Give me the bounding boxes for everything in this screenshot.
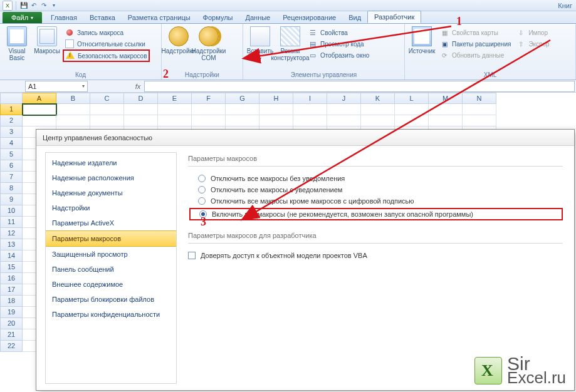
cell[interactable] [192,104,226,115]
addins-button[interactable]: Надстройки [164,25,193,71]
chevron-down-icon[interactable]: ▾ [82,83,85,89]
view-code-button[interactable]: Просмотр кода [306,38,371,49]
row-header[interactable]: 6 [0,160,23,172]
trust-center-nav-item[interactable]: Параметры макросов [46,230,176,247]
tab-file[interactable]: Файл [3,12,42,23]
properties-button[interactable]: Свойства [306,27,371,38]
row-header[interactable]: 10 [0,205,23,217]
cell[interactable] [361,115,395,126]
cell[interactable] [361,104,395,115]
qat-dropdown-icon[interactable]: ▾ [50,1,58,10]
source-button[interactable]: Источник [407,25,436,71]
col-header[interactable]: G [226,93,259,104]
cell[interactable] [90,104,124,115]
col-header[interactable]: B [56,93,90,104]
tab-view[interactable]: Вид [342,12,367,23]
col-header[interactable]: K [361,93,395,104]
row-header[interactable]: 22 [0,341,23,352]
col-header[interactable]: I [293,93,327,104]
trust-center-nav-item[interactable]: Надстройки [46,200,176,215]
col-header[interactable]: L [395,93,429,104]
cell[interactable] [192,115,226,126]
tab-page-layout[interactable]: Разметка страницы [122,12,197,23]
visual-basic-button[interactable]: Visual Basic [3,25,31,71]
cell[interactable] [226,104,259,115]
save-icon[interactable]: 💾 [19,1,28,10]
row-header[interactable]: 18 [0,296,23,307]
trust-center-nav-item[interactable]: Панель сообщений [46,262,176,277]
cell[interactable] [259,104,293,115]
tab-home[interactable]: Главная [45,12,83,23]
row-header[interactable]: 4 [0,138,23,149]
col-header[interactable]: J [327,93,361,104]
row-header[interactable]: 21 [0,329,23,341]
trust-vba-checkbox[interactable]: Доверять доступ к объектной модели проек… [188,250,563,261]
col-header[interactable]: E [158,93,192,104]
cell[interactable] [327,104,361,115]
cell[interactable] [158,115,192,126]
opt-disable-no-notify[interactable]: Отключить все макросы без уведомления [188,173,563,184]
row-header[interactable]: 19 [0,307,23,318]
cell[interactable] [158,104,192,115]
row-header[interactable]: 16 [0,273,23,284]
tab-insert[interactable]: Вставка [83,12,122,23]
formula-input[interactable] [144,81,575,92]
design-mode-button[interactable]: Режим конструктора [276,25,305,71]
trust-center-nav-item[interactable]: Надежные расположения [46,170,176,185]
row-header[interactable]: 5 [0,149,23,160]
record-macro-button[interactable]: Запись макроса [63,27,150,38]
row-header[interactable]: 8 [0,183,23,194]
row-header[interactable]: 15 [0,262,23,273]
col-header[interactable]: M [429,93,463,104]
run-dialog-button[interactable]: Отобразить окно [306,49,371,61]
cell[interactable] [429,104,463,115]
cell[interactable] [293,115,327,126]
redo-icon[interactable]: ↷ [39,1,48,10]
col-header[interactable]: N [463,93,496,104]
row-header[interactable]: 3 [0,126,23,138]
cell[interactable] [124,104,158,115]
trust-center-nav-item[interactable]: Внешнее содержимое [46,277,176,292]
row-header[interactable]: 11 [0,217,23,228]
macro-security-button[interactable]: Безопасность макросов [63,49,150,62]
trust-center-nav-item[interactable]: Параметры ActiveX [46,215,176,230]
trust-center-nav-item[interactable]: Параметры конфиденциальности [46,307,176,322]
trust-center-nav-item[interactable]: Надежные издатели [46,155,176,170]
cell[interactable] [23,115,56,126]
col-header[interactable]: A [23,93,56,104]
cell[interactable] [56,115,90,126]
tab-formulas[interactable]: Формулы [197,12,239,23]
cell[interactable] [395,115,429,126]
opt-disable-notify[interactable]: Отключить все макросы с уведомлением [188,184,563,195]
cell[interactable] [429,115,463,126]
fx-icon[interactable]: fx [132,83,144,90]
row-header[interactable]: 2 [0,115,23,126]
row-header[interactable]: 13 [0,239,23,250]
col-header[interactable]: F [192,93,226,104]
row-header[interactable]: 12 [0,228,23,239]
excel-icon[interactable]: X [3,1,13,11]
cell[interactable] [463,115,496,126]
opt-enable-all[interactable]: Включить все макросы (не рекомендуется, … [189,208,563,220]
macros-button[interactable]: Макросы [33,25,61,71]
undo-icon[interactable]: ↶ [29,1,38,10]
tab-review[interactable]: Рецензирование [276,12,342,23]
trust-center-nav-item[interactable]: Параметры блокировки файлов [46,292,176,307]
cell[interactable] [463,104,496,115]
col-header[interactable]: D [124,93,158,104]
cell[interactable] [259,115,293,126]
row-header[interactable]: 1 [0,104,23,115]
row-header[interactable]: 9 [0,194,23,205]
name-box[interactable]: A1▾ [25,81,88,92]
cell[interactable] [293,104,327,115]
select-all-corner[interactable] [0,93,23,104]
trust-center-nav-item[interactable]: Надежные документы [46,185,176,200]
insert-controls-button[interactable]: Вставить▾ [246,25,275,71]
row-header[interactable]: 20 [0,318,23,329]
cell[interactable] [90,115,124,126]
tab-developer[interactable]: Разработчик [367,11,421,23]
cell[interactable] [226,115,259,126]
cell[interactable] [395,104,429,115]
cell[interactable] [56,104,90,115]
cell[interactable] [124,115,158,126]
